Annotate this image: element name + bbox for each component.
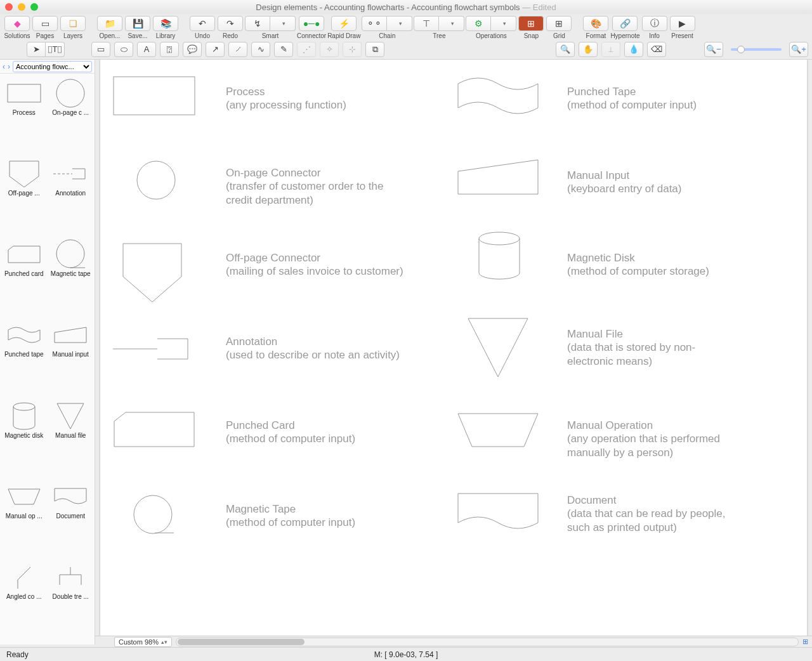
pages-panel-icon[interactable]: ⊞ <box>802 638 808 646</box>
open-button[interactable]: 📁 <box>97 16 122 31</box>
redo-label: Redo <box>223 32 238 39</box>
zoom-slider-knob[interactable] <box>737 46 745 53</box>
palette-magnetic-tape[interactable]: Magnetic tape <box>49 239 93 318</box>
grid-button[interactable]: ⊞ <box>546 16 572 31</box>
search-icon[interactable]: 🔍 <box>556 42 575 57</box>
guide-tool-button[interactable]: ⟂ <box>601 42 620 57</box>
solutions-button[interactable]: ◆ <box>4 16 30 31</box>
palette-process[interactable]: Process <box>3 77 46 157</box>
titlebar: Design elements - Accounting flowcharts … <box>0 0 812 14</box>
horizontal-scrollbar[interactable] <box>176 638 799 646</box>
palette-manual-input[interactable]: Manual input <box>49 319 93 398</box>
close-icon[interactable] <box>5 3 13 11</box>
text-select-tool-button[interactable]: ⌷T⌷ <box>46 42 65 57</box>
svg-point-2 <box>56 240 84 268</box>
smart-dd-button[interactable]: ▾ <box>270 16 296 31</box>
crop-tool-button[interactable]: ⧉ <box>365 42 384 57</box>
tree-dd-button[interactable]: ▾ <box>439 16 464 31</box>
callout-tool-button[interactable]: 💬 <box>183 42 202 57</box>
palette-angled-connector[interactable]: Angled co ... <box>3 561 46 641</box>
zoom-out-button[interactable]: 🔍− <box>704 42 723 57</box>
connector-button[interactable]: ●─● <box>299 16 324 31</box>
nav-fwd-icon[interactable]: › <box>8 62 10 71</box>
palette-onpage-connector[interactable]: On-page c ... <box>49 77 93 157</box>
eraser-icon[interactable]: ⌫ <box>647 42 666 57</box>
minimize-icon[interactable] <box>18 3 25 11</box>
arc-tool-button[interactable]: ⟋ <box>228 42 247 57</box>
snap-button[interactable]: ⊞ <box>518 16 544 31</box>
palette-annotation[interactable]: Annotation <box>49 158 93 237</box>
hand-tool-button[interactable]: ✋ <box>579 42 598 57</box>
palette-offpage-connector[interactable]: Off-page ... <box>3 158 46 237</box>
scrollbar-thumb[interactable] <box>178 639 304 645</box>
shape-process[interactable] <box>113 76 195 115</box>
shape-punched-tape[interactable] <box>457 75 539 117</box>
palette-manual-file[interactable]: Manual file <box>49 400 93 480</box>
shape-manual-operation[interactable] <box>457 412 539 448</box>
save-button[interactable]: 💾 <box>125 16 150 31</box>
desc-manual-input: Manual Input(keyboard entry of data) <box>567 169 681 196</box>
pages-button[interactable]: ▭ <box>32 16 58 31</box>
solutions-label: Solutions <box>4 32 30 39</box>
shape-manual-input[interactable] <box>457 159 539 195</box>
textbox-tool-button[interactable]: ⍰ <box>160 42 179 57</box>
desc-magnetic-tape: Magnetic Tape(method of computer input) <box>226 502 355 530</box>
shape-manual-file[interactable] <box>467 317 529 378</box>
palette-manual-operation[interactable]: Manual op ... <box>3 481 46 560</box>
tree-button[interactable]: ⊤ <box>414 16 439 31</box>
maximize-icon[interactable] <box>30 3 38 11</box>
zoom-slider[interactable] <box>731 48 782 51</box>
smart-button[interactable]: ↯ <box>245 16 270 31</box>
zoom-in-button[interactable]: 🔍+ <box>789 42 808 57</box>
pen-tool-button[interactable]: ✎ <box>274 42 293 57</box>
eyedropper-icon[interactable]: 💧 <box>624 42 643 57</box>
undo-button[interactable]: ↶ <box>190 16 215 31</box>
text-tool-button[interactable]: A <box>137 42 156 57</box>
palette-document[interactable]: Document <box>49 481 93 560</box>
chain-dd-button[interactable]: ▾ <box>387 16 412 31</box>
library-select[interactable]: Accounting flowc... <box>13 61 92 72</box>
shape-magnetic-tape[interactable] <box>132 494 176 538</box>
present-button[interactable]: ▶ <box>670 16 695 31</box>
ellipse-tool-button[interactable]: ⬭ <box>114 42 133 57</box>
shape-document[interactable] <box>457 492 539 534</box>
info-button[interactable]: ⓘ <box>642 16 667 31</box>
shape-offpage-connector[interactable] <box>122 242 183 303</box>
shape-punched-card[interactable] <box>113 411 195 448</box>
format-button[interactable]: 🎨 <box>583 16 608 31</box>
canvas-area[interactable]: Process(any processing function) On-page… <box>95 60 812 645</box>
operations-button[interactable]: ⚙ <box>466 16 491 31</box>
edit-points-button[interactable]: ⋰ <box>297 42 316 57</box>
canvas[interactable]: Process(any processing function) On-page… <box>100 60 807 639</box>
workspace: ‹ › Accounting flowc... Process On-page … <box>0 60 812 645</box>
chain-button[interactable]: ⚬⚬ <box>362 16 387 31</box>
palette-punched-tape[interactable]: Punched tape <box>3 319 46 398</box>
pointer-tool-button[interactable]: ➤ <box>27 42 46 57</box>
format-label: Format <box>586 32 606 39</box>
library-button[interactable]: 📚 <box>153 16 178 31</box>
hypernote-button[interactable]: 🔗 <box>612 16 638 31</box>
palette-punched-card[interactable]: Punched card <box>3 239 46 318</box>
svg-point-1 <box>56 79 84 107</box>
palette-double-tree[interactable]: Double tre ... <box>49 561 93 641</box>
shape-magnetic-disk[interactable] <box>477 231 521 280</box>
nav-back-icon[interactable]: ‹ <box>3 62 5 71</box>
edit-connector-button[interactable]: ⊹ <box>343 42 362 57</box>
shape-annotation[interactable] <box>113 337 189 360</box>
spline-tool-button[interactable]: ∿ <box>251 42 270 57</box>
rect-tool-button[interactable]: ▭ <box>91 42 110 57</box>
zoom-combo[interactable]: Custom 98%▴▾ <box>114 637 172 647</box>
line-tool-button[interactable]: ↗ <box>206 42 225 57</box>
operations-label: Operations <box>476 32 507 39</box>
edit-shape-button[interactable]: ✧ <box>320 42 339 57</box>
layers-label: Layers <box>63 32 82 39</box>
operations-dd-button[interactable]: ▾ <box>491 16 516 31</box>
rapiddraw-button[interactable]: ⚡ <box>331 16 357 31</box>
palette-magnetic-disk[interactable]: Magnetic disk <box>3 400 46 480</box>
layers-button[interactable]: ❏ <box>60 16 86 31</box>
svg-rect-0 <box>8 84 41 102</box>
hypernote-label: Hypernote <box>610 32 639 39</box>
shape-onpage-connector[interactable] <box>136 160 176 200</box>
redo-button[interactable]: ↷ <box>218 16 243 31</box>
window-title: Design elements - Accounting flowcharts … <box>256 3 556 12</box>
